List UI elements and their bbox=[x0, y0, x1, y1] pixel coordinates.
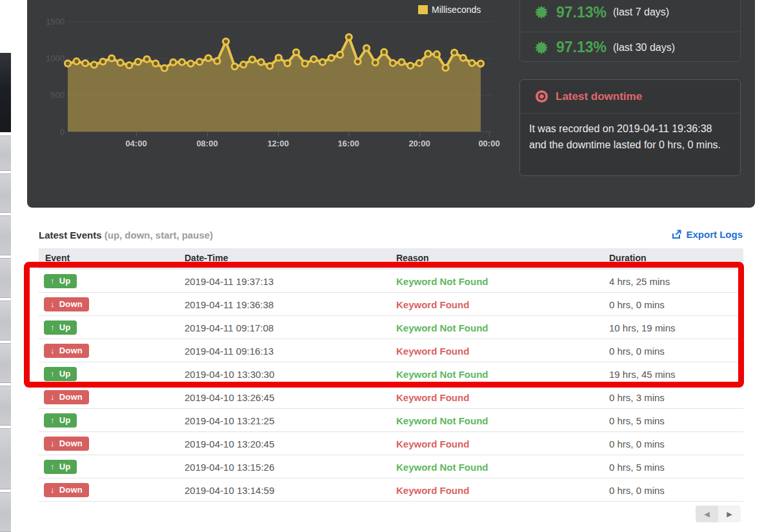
chart-data-point bbox=[170, 59, 176, 65]
chart-data-point bbox=[302, 61, 308, 66]
prev-page-button[interactable]: ◀ bbox=[696, 506, 718, 522]
chart-data-point bbox=[452, 50, 457, 55]
latest-downtime-header: Latest downtime bbox=[520, 80, 740, 113]
event-up-badge: ↑Up bbox=[44, 367, 77, 381]
event-down-badge: ↓Down bbox=[44, 297, 89, 311]
x-axis-tick bbox=[278, 132, 279, 137]
event-badge-label: Up bbox=[59, 322, 71, 332]
column-header-event: Event bbox=[45, 253, 70, 263]
event-reason: Keyword Found bbox=[396, 299, 469, 310]
event-duration: 19 hrs, 45 mins bbox=[609, 368, 676, 379]
event-reason: Keyword Not Found bbox=[396, 415, 488, 426]
uptime-monitor-page: Milliseconds 150010005000 04:0008:0012:0… bbox=[0, 0, 764, 532]
left-edge-panel-card bbox=[0, 215, 11, 255]
event-datetime: 2019-04-10 13:21:25 bbox=[185, 415, 274, 426]
next-page-button[interactable]: ▶ bbox=[718, 506, 741, 522]
y-axis-tick-label: 500 bbox=[36, 90, 65, 100]
chart-data-point bbox=[346, 34, 352, 40]
chart-data-point bbox=[65, 61, 70, 66]
chart-data-point bbox=[232, 64, 237, 70]
event-up-badge: ↑Up bbox=[44, 274, 77, 288]
chart-data-point bbox=[100, 59, 106, 64]
left-edge-panel-card bbox=[0, 258, 11, 298]
x-axis-tick-label: 12:00 bbox=[259, 139, 297, 148]
event-reason: Keyword Found bbox=[396, 438, 469, 449]
uptime-starburst-icon bbox=[534, 5, 548, 19]
chart-data-point bbox=[197, 59, 203, 64]
uptime-percentage: 97.13% bbox=[556, 4, 607, 21]
event-badge-label: Up bbox=[59, 462, 71, 471]
event-reason: Keyword Not Found bbox=[396, 322, 488, 333]
event-duration: 4 hrs, 25 mins bbox=[609, 275, 670, 286]
chart-data-point bbox=[135, 59, 141, 64]
chart-data-point bbox=[223, 39, 229, 44]
uptime-stat-row: 97.13%(last 7 days) bbox=[520, 0, 740, 28]
chart-data-point bbox=[399, 59, 405, 65]
event-reason: Keyword Not Found bbox=[396, 461, 488, 472]
latest-downtime-box: Latest downtime It was recorded on 2019-… bbox=[519, 79, 741, 176]
chart-data-point bbox=[249, 57, 255, 63]
chart-data-point bbox=[241, 62, 246, 68]
event-down-badge: ↓Down bbox=[44, 437, 89, 451]
event-datetime: 2019-04-11 09:17:08 bbox=[185, 322, 274, 333]
x-axis-tick bbox=[489, 132, 490, 137]
chart-data-point bbox=[381, 49, 387, 55]
event-down-badge: ↓Down bbox=[44, 390, 89, 404]
up-arrow-icon: ↑ bbox=[50, 369, 55, 379]
chart-data-point bbox=[372, 59, 378, 65]
pagination: ◀ ▶ bbox=[696, 506, 741, 522]
event-datetime: 2019-04-10 13:20:45 bbox=[185, 438, 274, 449]
uptime-period-label: (last 7 days) bbox=[613, 6, 669, 18]
event-duration: 0 hrs, 0 mins bbox=[609, 484, 665, 495]
event-down-badge: ↓Down bbox=[44, 344, 89, 358]
down-arrow-icon: ↓ bbox=[50, 438, 55, 448]
event-up-badge: ↑Up bbox=[44, 460, 77, 474]
event-badge-label: Down bbox=[59, 346, 83, 355]
chart-data-point bbox=[153, 61, 159, 66]
up-arrow-icon: ↑ bbox=[50, 415, 55, 425]
latest-events-title: Latest Events (up, down, start, pause) bbox=[39, 230, 213, 241]
event-reason: Keyword Found bbox=[396, 345, 469, 356]
x-axis-tick-label: 08:00 bbox=[188, 139, 226, 148]
x-axis-tick bbox=[419, 132, 420, 137]
chart-data-point bbox=[363, 45, 369, 51]
events-table-body: ↑Up2019-04-11 19:37:13Keyword Not Found4… bbox=[39, 270, 743, 502]
uptime-percentage: 97.13% bbox=[556, 39, 607, 56]
down-arrow-icon: ↓ bbox=[50, 392, 55, 402]
down-arrow-icon: ↓ bbox=[50, 346, 55, 355]
chart-data-point bbox=[443, 65, 448, 71]
left-edge-panel-card bbox=[0, 173, 11, 213]
uptime-period-label: (last 30 days) bbox=[613, 42, 675, 54]
event-datetime: 2019-04-10 13:14:59 bbox=[185, 484, 274, 495]
chart-data-point bbox=[74, 59, 79, 64]
event-badge-label: Down bbox=[59, 299, 83, 309]
event-table-row: ↓Down2019-04-10 13:26:45Keyword Found0 h… bbox=[39, 386, 743, 409]
event-badge-label: Up bbox=[59, 276, 71, 286]
x-axis-tick-label: 00:00 bbox=[470, 139, 508, 148]
event-badge-label: Down bbox=[59, 392, 83, 402]
event-reason: Keyword Not Found bbox=[396, 368, 488, 379]
event-duration: 0 hrs, 5 mins bbox=[609, 415, 665, 426]
left-edge-panel-card bbox=[0, 386, 11, 426]
event-table-row: ↑Up2019-04-10 13:30:30Keyword Not Found1… bbox=[39, 362, 743, 386]
uptime-stats-box: 97.13%(last 7 days)97.13%(last 30 days) bbox=[519, 0, 741, 62]
chart-data-point bbox=[205, 55, 211, 61]
event-table-row: ↑Up2019-04-11 19:37:13Keyword Not Found4… bbox=[39, 270, 743, 293]
event-duration: 0 hrs, 0 mins bbox=[609, 345, 665, 356]
event-reason: Keyword Found bbox=[396, 484, 469, 495]
chart-data-point bbox=[267, 63, 273, 69]
up-arrow-icon: ↑ bbox=[50, 462, 55, 471]
event-duration: 0 hrs, 0 mins bbox=[609, 299, 665, 310]
event-datetime: 2019-04-11 19:37:13 bbox=[185, 275, 274, 286]
chart-data-point bbox=[285, 61, 290, 66]
chart-data-point bbox=[337, 52, 343, 57]
chart-data-point bbox=[425, 51, 431, 57]
chart-data-point bbox=[311, 56, 317, 62]
chart-data-point bbox=[469, 60, 475, 66]
chart-data-point bbox=[416, 60, 422, 66]
event-duration: 0 hrs, 5 mins bbox=[609, 461, 665, 472]
y-axis-tick-label: 0 bbox=[36, 127, 65, 137]
event-datetime: 2019-04-11 09:16:13 bbox=[185, 345, 274, 356]
export-logs-link[interactable]: Export Logs bbox=[671, 229, 743, 240]
event-datetime: 2019-04-10 13:30:30 bbox=[185, 368, 274, 379]
